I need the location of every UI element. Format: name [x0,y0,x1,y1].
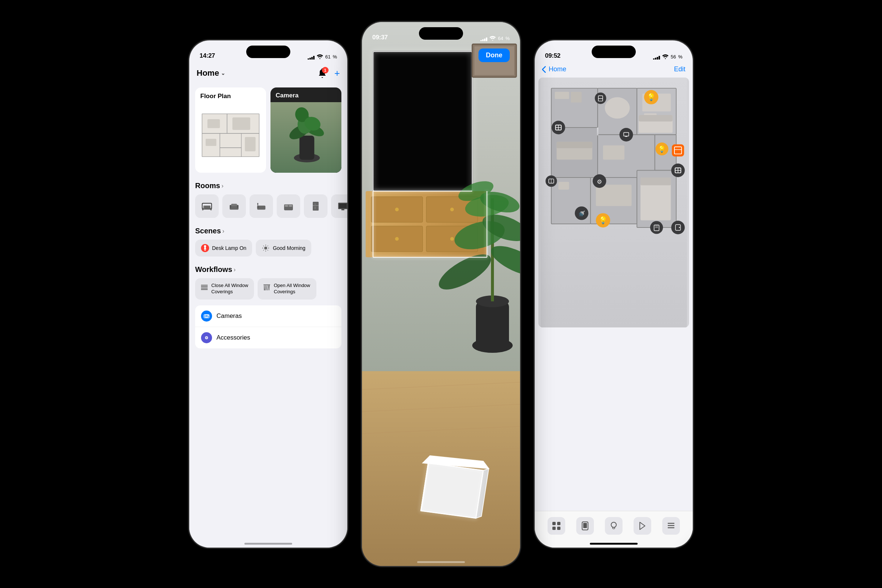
svg-rect-60 [201,289,208,290]
svg-rect-181 [552,526,556,530]
bedroom-icon [283,200,294,212]
tab-grid[interactable] [548,517,565,535]
signal-icon [308,54,315,60]
floor-plan-card[interactable]: Floor Plan [195,87,266,173]
scenes-title: Scenes [195,227,221,235]
notification-button[interactable]: 1 [315,66,329,80]
svg-point-92 [395,208,399,212]
svg-rect-182 [557,526,560,530]
svg-point-130 [605,97,630,118]
list-item-accessories[interactable]: Accessories [195,327,341,348]
back-chevron-icon [542,66,546,73]
middle-screen-content: Done [362,22,520,566]
svg-rect-39 [285,205,288,207]
svg-text:🚿: 🚿 [578,210,585,217]
svg-rect-40 [289,205,292,207]
svg-point-148 [620,128,633,141]
svg-point-68 [206,315,207,316]
workflows-header[interactable]: Workflows › [189,262,347,278]
svg-rect-4 [220,134,241,148]
signal-icon-middle [480,36,487,41]
scene-chip-desk-lamp[interactable]: Desk Lamp On [195,240,252,256]
workflow-label-open: Open All Window Coverings [274,283,311,295]
room-chip-bedroom[interactable] [277,194,300,218]
svg-line-54 [267,250,268,250]
ar-bg-svg [362,22,520,566]
sun-icon [262,244,270,252]
status-icons-left: 61 % [308,54,337,60]
camera-preview-svg [270,102,341,173]
room-chip-tv[interactable] [331,194,347,218]
back-label: Home [549,65,566,73]
home-title[interactable]: Home ⌄ [196,68,225,78]
camera-title: Camera [270,87,341,102]
svg-rect-58 [201,286,208,287]
done-button[interactable]: Done [478,48,510,62]
list-section: Cameras Accessories [195,305,341,348]
room-chip-sofa[interactable] [222,194,246,218]
camera-list-icon [201,310,212,322]
svg-rect-184 [583,523,587,528]
room-chip-fridge[interactable] [304,194,327,218]
svg-rect-41 [313,202,319,211]
living-room-icon [201,200,213,212]
svg-line-66 [269,285,269,290]
refrigerator-icon [310,200,322,212]
svg-rect-139 [596,184,632,206]
svg-rect-28 [211,208,212,210]
tab-list[interactable] [662,517,680,535]
rooms-header[interactable]: Rooms › [189,178,347,194]
edit-button[interactable]: Edit [674,65,686,73]
scenes-scroll: Desk Lamp On Good Morning [189,240,347,262]
workflow-chip-close[interactable]: Close All Window Coverings [195,278,254,300]
phone-right: 09:52 56 % Home [535,40,693,548]
svg-line-64 [266,285,267,290]
svg-rect-97 [476,302,509,347]
svg-point-36 [257,203,258,204]
svg-rect-136 [558,182,569,190]
camera-card[interactable]: Camera [270,87,341,173]
scenes-header[interactable]: Scenes › [189,224,347,240]
home-indicator-right [590,543,638,544]
workflow-chip-open[interactable]: Open All Window Coverings [258,278,316,300]
svg-point-151 [595,93,606,104]
status-icons-middle: 64 % [480,36,510,41]
nav-bar-left: Home ⌄ 1 + [189,63,347,84]
tab-phone[interactable] [576,517,594,535]
battery-num-middle: 64 [498,36,503,41]
ar-scene: Done [362,22,520,566]
scene-label-desk-lamp: Desk Lamp On [212,245,246,251]
svg-rect-180 [557,522,560,525]
svg-text:💡: 💡 [598,216,608,225]
list-item-cameras[interactable]: Cameras [195,305,341,327]
svg-rect-15 [245,137,255,152]
wifi-icon-right [662,54,669,59]
camera-icon-svg [203,314,210,319]
svg-rect-59 [201,288,208,288]
list-tab-icon [667,522,675,530]
room-chip-bath[interactable] [249,194,273,218]
floor-plan-svg [200,111,261,159]
scene-chip-good-morning[interactable]: Good Morning [256,240,311,256]
svg-text:💡: 💡 [658,145,666,153]
home-indicator-left [244,543,292,544]
tv-icon [337,200,347,212]
accessories-list-icon [201,332,212,343]
svg-point-93 [450,208,454,212]
svg-point-73 [206,338,207,338]
svg-rect-25 [203,206,210,209]
room-chip-living[interactable] [195,194,219,218]
svg-rect-134 [557,142,592,148]
add-button[interactable]: + [334,68,340,79]
tab-bulb[interactable] [605,517,622,535]
blinds-open-svg [263,284,271,292]
svg-text:💡: 💡 [647,93,656,101]
back-button[interactable]: Home [542,65,566,73]
svg-rect-138 [640,177,671,185]
svg-rect-150 [625,136,627,137]
svg-rect-47 [341,209,344,210]
battery-percent-sign: % [333,54,337,60]
svg-rect-34 [257,206,259,208]
tab-play[interactable] [634,517,651,535]
svg-rect-13 [232,117,250,130]
